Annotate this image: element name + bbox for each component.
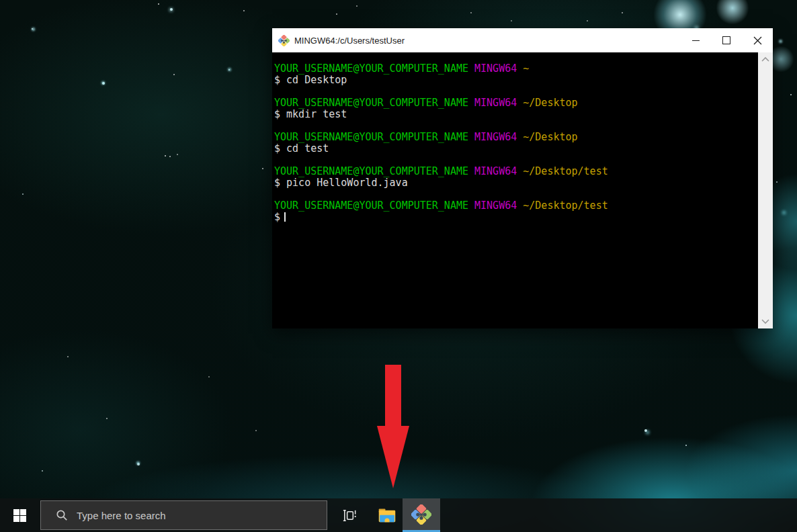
prompt-path: ~/Desktop [523,97,577,109]
prompt-msystem: MINGW64 [474,200,517,212]
star-field-cyan [0,0,2,2]
terminal-command-line: $ cd Desktop [274,75,755,86]
git-bash-taskbar-button[interactable] [403,498,440,532]
terminal-cursor [284,212,286,222]
git-bash-icon [411,504,431,525]
command-text: pico HelloWorld.java [286,177,408,189]
window-controls [680,28,773,52]
maximize-button[interactable] [711,28,742,52]
maximize-icon [722,36,730,44]
prompt-user-host: YOUR_USERNAME@YOUR_COMPUTER_NAME [274,62,468,75]
git-mingw64-icon [278,35,290,46]
window-title: MINGW64:/c/Users/testUser [294,36,680,46]
prompt-path: ~ [523,62,529,75]
terminal-prompt-block: YOUR_USERNAME@YOUR_COMPUTER_NAME MINGW64… [274,200,755,223]
terminal-prompt-block: YOUR_USERNAME@YOUR_COMPUTER_NAME MINGW64… [274,166,755,189]
terminal-prompt-block: YOUR_USERNAME@YOUR_COMPUTER_NAME MINGW64… [274,97,755,120]
prompt-user-host: YOUR_USERNAME@YOUR_COMPUTER_NAME [274,200,468,212]
task-view-button[interactable] [334,498,365,532]
terminal-output[interactable]: YOUR_USERNAME@YOUR_COMPUTER_NAME MINGW64… [272,52,758,328]
prompt-symbol: $ [274,177,280,189]
terminal-command-line: $ pico HelloWorld.java [274,177,755,189]
minimize-icon [692,40,700,41]
prompt-user-host: YOUR_USERNAME@YOUR_COMPUTER_NAME [274,165,468,177]
prompt-path: ~/Desktop/test [523,165,607,177]
terminal-prompt-line: YOUR_USERNAME@YOUR_COMPUTER_NAME MINGW64… [274,166,755,177]
scroll-down-icon[interactable] [761,318,770,325]
search-icon [56,509,68,521]
prompt-msystem: MINGW64 [474,97,517,109]
terminal-prompt-block: YOUR_USERNAME@YOUR_COMPUTER_NAME MINGW64… [274,132,755,154]
terminal-command-line: $ mkdir test [274,109,755,120]
search-placeholder-text: Type here to search [77,510,166,521]
prompt-symbol: $ [274,74,280,86]
prompt-msystem: MINGW64 [474,165,517,177]
close-icon [753,36,762,45]
command-text: mkdir test [286,108,347,120]
arrow-head [377,426,409,488]
prompt-path: ~/Desktop [523,131,577,143]
prompt-user-host: YOUR_USERNAME@YOUR_COMPUTER_NAME [274,131,468,143]
start-button[interactable] [0,498,39,532]
desktop-wallpaper: MINGW64:/c/Users/testUser YOUR_USERNA [0,0,797,532]
taskbar-search-input[interactable]: Type here to search [40,500,327,530]
terminal-command-line: $ [274,212,755,223]
red-arrow-annotation [377,365,409,488]
terminal-body: YOUR_USERNAME@YOUR_COMPUTER_NAME MINGW64… [272,52,773,328]
mingw64-terminal-window: MINGW64:/c/Users/testUser YOUR_USERNA [272,28,773,328]
minimize-button[interactable] [680,28,711,52]
close-button[interactable] [742,28,773,52]
windows-logo-icon [13,509,26,522]
command-text: cd test [286,142,329,154]
prompt-symbol: $ [274,211,280,223]
file-explorer-icon [378,507,396,524]
terminal-prompt-line: YOUR_USERNAME@YOUR_COMPUTER_NAME MINGW64… [274,63,755,75]
file-explorer-button[interactable] [372,498,403,532]
terminal-prompt-line: YOUR_USERNAME@YOUR_COMPUTER_NAME MINGW64… [274,200,755,212]
arrow-shaft [385,365,401,427]
terminal-prompt-line: YOUR_USERNAME@YOUR_COMPUTER_NAME MINGW64… [274,132,755,143]
terminal-command-line: $ cd test [274,143,755,154]
scroll-up-icon[interactable] [761,56,770,62]
taskbar: Type here to search [0,498,797,532]
command-text: cd Desktop [286,74,347,86]
terminal-scrollbar[interactable] [758,52,773,328]
terminal-prompt-line: YOUR_USERNAME@YOUR_COMPUTER_NAME MINGW64… [274,97,755,109]
prompt-msystem: MINGW64 [474,62,517,75]
prompt-symbol: $ [274,108,280,120]
prompt-path: ~/Desktop/test [523,200,607,212]
prompt-user-host: YOUR_USERNAME@YOUR_COMPUTER_NAME [274,97,468,109]
terminal-prompt-block: YOUR_USERNAME@YOUR_COMPUTER_NAME MINGW64… [274,63,755,86]
prompt-symbol: $ [274,142,280,154]
window-titlebar[interactable]: MINGW64:/c/Users/testUser [272,28,773,52]
prompt-msystem: MINGW64 [474,131,517,143]
taskbar-spacer [365,498,372,532]
taskbar-spacer [327,498,334,532]
task-view-icon [341,507,358,524]
